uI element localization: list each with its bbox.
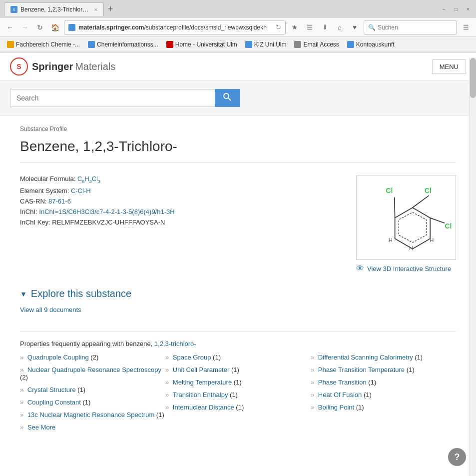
refresh-button[interactable]: ↻ (34, 22, 46, 34)
browser-chrome: S Benzene, 1,2,3-Trichloro- ... × + − □ … (0, 0, 476, 52)
url-favicon (68, 24, 75, 31)
bookmark-favicon-1 (7, 41, 14, 48)
bookmark-chemie[interactable]: Chemieinformationss... (85, 40, 161, 49)
prop-link-boiling[interactable]: Boiling Point (318, 404, 354, 411)
inchi-link[interactable]: InChI=1S/C6H3Cl3/c7-4-2-1-3-5(8)6(4)9/h1… (39, 208, 174, 216)
prop-link-dsc[interactable]: Differential Scanning Calorimetry (318, 354, 413, 361)
prop-link-melting[interactable]: Melting Temperature (173, 378, 232, 386)
address-bar: ← → ↻ 🏠 materials.springer.com/substance… (0, 18, 476, 37)
bullet-icon: » (20, 354, 23, 361)
bookmark-konto[interactable]: Kontoauskunft (344, 40, 398, 49)
download-icon[interactable]: ⇓ (319, 22, 331, 34)
url-refresh-icon[interactable]: ↻ (276, 24, 281, 31)
minimize-button[interactable]: − (440, 5, 448, 13)
prop-link-quadrupole[interactable]: Quadrupole Coupling (27, 354, 89, 361)
home-button[interactable]: 🏠 (49, 22, 61, 34)
prop-link-crystal[interactable]: Crystal Structure (27, 386, 76, 394)
search-button[interactable] (215, 89, 240, 107)
prop-link-internuclear[interactable]: Internuclear Distance (173, 404, 234, 411)
prop-count-internuclear: (1) (236, 404, 244, 411)
prop-link-space-group[interactable]: Space Group (173, 354, 211, 361)
bookmark-favicon-5 (294, 41, 301, 48)
bullet-icon-2: » (20, 366, 23, 374)
prop-link-phase-transition[interactable]: Phase Transition (318, 378, 367, 386)
cas-rn-link[interactable]: 87-61-6 (48, 198, 71, 205)
scrollbar-thumb[interactable] (470, 58, 476, 98)
scrollbar-track[interactable] (469, 58, 476, 446)
bookmark-label-2: Chemieinformationss... (97, 41, 158, 48)
url-bar[interactable]: materials.springer.com/substanceprofile/… (64, 20, 286, 34)
explore-header: ▼ Explore this substance (20, 288, 456, 300)
prop-link-transition-enthalpy[interactable]: Transition Enthalpy (173, 391, 228, 398)
formula-link[interactable]: C6H3Cl3 (77, 175, 100, 182)
menu-button[interactable]: MENU (432, 60, 466, 74)
prop-phase-transition: » Phase Transition (1) (311, 378, 456, 386)
svg-point-4 (224, 94, 229, 98)
springer-logo-text: Springer Materials (32, 61, 115, 72)
formula-sub2: 3 (89, 179, 92, 184)
svg-line-12 (413, 196, 429, 208)
structure-panel: Cl Cl Cl (356, 175, 456, 273)
bookmark-email[interactable]: Email Access (291, 40, 342, 49)
bookmark-fachbereich[interactable]: Fachbereich Chemie -... (4, 40, 83, 49)
url-text: materials.springer.com/substanceprofile/… (78, 24, 267, 31)
prop-coupling-constant: » Coupling Constant (1) (20, 398, 165, 406)
shield-icon[interactable]: ♥ (349, 22, 361, 34)
browser-tab[interactable]: S Benzene, 1,2,3-Trichloro- ... × (4, 2, 104, 16)
bullet-icon-12: » (311, 354, 314, 361)
svg-text:S: S (12, 8, 15, 12)
reader-view-icon[interactable]: ☰ (304, 22, 316, 34)
prop-link-nqrs[interactable]: Nuclear Quadrupole Resonance Spectroscop… (27, 366, 161, 374)
prop-link-coupling[interactable]: Coupling Constant (27, 398, 81, 406)
springer-logo: S Springer Materials (10, 58, 115, 76)
view-3d-link[interactable]: 👁 View 3D Interactive Structure (356, 264, 456, 273)
prop-internuclear: » Internuclear Distance (1) (165, 404, 311, 411)
back-button[interactable]: ← (4, 22, 16, 34)
browser-search-input[interactable] (378, 24, 453, 31)
close-button[interactable]: × (464, 5, 472, 13)
bookmark-home-ulm[interactable]: Home - Universität Ulm (163, 40, 240, 49)
prop-link-unit-cell[interactable]: Unit Cell Parameter (173, 366, 229, 374)
molecular-formula-label: Molecular Formula: (20, 175, 75, 182)
prop-count-boiling: (1) (356, 404, 364, 411)
bookmark-star-icon[interactable]: ★ (289, 22, 301, 34)
svg-line-11 (395, 198, 395, 218)
forward-button[interactable]: → (19, 22, 31, 34)
browser-search-bar[interactable]: 🔍 (364, 20, 457, 34)
menu-icon[interactable]: ☰ (460, 22, 472, 34)
close-tab-icon[interactable]: × (94, 6, 97, 12)
prop-see-more: » See More (20, 424, 165, 431)
cas-rn-row: CAS-RN: 87-61-6 (20, 198, 346, 205)
bookmark-kiz[interactable]: KIZ Uni Ulm (242, 40, 290, 49)
element-system-link[interactable]: C-Cl-H (71, 187, 91, 194)
svg-text:H: H (409, 245, 413, 251)
bookmark-label-5: Email Access (303, 41, 339, 48)
svg-text:Cl: Cl (425, 187, 432, 194)
prop-link-phase-temp[interactable]: Phase Transition Temperature (318, 366, 405, 374)
prop-unit-cell: » Unit Cell Parameter (1) (165, 366, 311, 374)
springer-logo-icon: S (10, 58, 28, 76)
home-icon[interactable]: ⌂ (334, 22, 346, 34)
prop-link-heat-fusion[interactable]: Heat Of Fusion (318, 391, 362, 398)
prop-link-13c[interactable]: 13c Nuclear Magnetic Resonance Spectrum (27, 411, 154, 418)
bullet-icon-5: » (20, 411, 23, 418)
search-icon (223, 93, 231, 101)
prop-space-group: » Space Group (1) (165, 354, 311, 361)
prop-count-nqrs: (2) (20, 374, 28, 381)
structure-image: Cl Cl Cl (356, 175, 456, 260)
see-more-link[interactable]: See More (27, 424, 55, 431)
inchi-row: InChI: InChI=1S/C6H3Cl3/c7-4-2-1-3-5(8)6… (20, 208, 346, 216)
view-all-link[interactable]: View all 9 documents (20, 306, 81, 314)
search-input[interactable] (10, 89, 215, 107)
properties-col-1: » Quadrupole Coupling (2) » Nuclear Quad… (20, 354, 165, 436)
properties-section: Properties frequently appearing with ben… (20, 332, 456, 436)
main-content: Substance Profile Benzene, 1,2,3-Trichlo… (0, 116, 476, 446)
new-tab-button[interactable]: + (104, 0, 117, 18)
bullet-icon-6: » (20, 424, 23, 431)
bullet-icon-16: » (311, 404, 314, 411)
maximize-button[interactable]: □ (452, 5, 460, 13)
benzene-link[interactable]: 1,2,3-trichloro- (154, 340, 196, 348)
prop-count-unit-cell: (1) (231, 366, 239, 374)
bookmark-favicon-6 (347, 41, 354, 48)
element-system-row: Element System: C-Cl-H (20, 187, 346, 194)
